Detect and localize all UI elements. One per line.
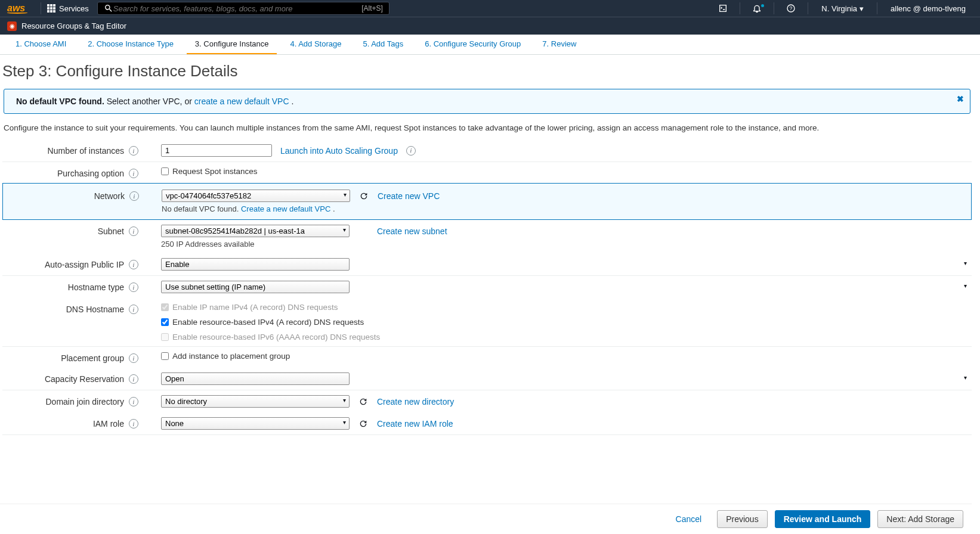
close-icon[interactable]: ✖ (957, 94, 964, 104)
search-shortcut: [Alt+S] (361, 4, 383, 13)
info-icon[interactable]: i (129, 374, 138, 384)
auto-assign-ip-select[interactable]: Enable (161, 258, 350, 271)
dns-resource-ipv6-checkbox (161, 333, 169, 341)
sub-nav-title[interactable]: Resource Groups & Tag Editor (21, 21, 126, 30)
capacity-reservation-select[interactable]: Open (161, 372, 350, 385)
row-dns-hostname: DNS Hostname i Enable IP name IPv4 (A re… (2, 298, 972, 346)
services-menu[interactable]: Services (47, 4, 89, 13)
network-select[interactable]: vpc-0474064fc537e5182 (162, 190, 350, 202)
create-vpc-link[interactable]: Create new VPC (378, 191, 440, 201)
row-capacity-reservation: Capacity Reservation i Open (2, 368, 972, 390)
page-description: Configure the instance to suit your requ… (4, 123, 970, 132)
refresh-icon[interactable] (358, 396, 369, 407)
row-domain-directory: Domain join directory i No directory Cre… (2, 390, 972, 412)
page-title: Step 3: Configure Instance Details (2, 60, 978, 86)
wizard-tabs: 1. Choose AMI 2. Choose Instance Type 3.… (0, 35, 980, 55)
row-purchasing-option: Purchasing option i Request Spot instanc… (2, 162, 972, 183)
region-selector[interactable]: N. Virginia ▾ (814, 4, 871, 13)
top-nav: aws Services [Alt+S] ? N. Virginia ▾ all… (0, 0, 980, 17)
row-subnet: Subnet i subnet-08c952541f4ab282d | us-e… (2, 220, 972, 253)
info-icon[interactable]: i (129, 146, 138, 156)
info-icon[interactable]: i (129, 305, 138, 314)
spot-instances-checkbox[interactable] (161, 167, 169, 175)
row-hostname-type: Hostname type i Use subnet setting (IP n… (2, 276, 972, 298)
notifications-icon[interactable] (746, 4, 768, 13)
chevron-down-icon: ▾ (860, 4, 864, 13)
info-icon[interactable]: i (129, 419, 138, 429)
info-icon[interactable]: i (129, 260, 138, 269)
info-icon[interactable]: i (129, 397, 138, 406)
hostname-type-select[interactable]: Use subnet setting (IP name) (161, 281, 350, 293)
services-label: Services (59, 4, 89, 13)
tab-choose-ami[interactable]: 1. Choose AMI (7, 35, 75, 54)
dns-resource-ipv4-checkbox[interactable] (161, 318, 169, 326)
tab-add-storage[interactable]: 4. Add Storage (282, 35, 350, 54)
row-placement-group: Placement group i Add instance to placem… (2, 347, 972, 368)
create-default-vpc-link-2[interactable]: Create a new default VPC (241, 204, 330, 213)
info-icon[interactable]: i (129, 226, 138, 236)
search-bar[interactable]: [Alt+S] (97, 2, 389, 15)
create-subnet-link[interactable]: Create new subnet (377, 226, 447, 236)
row-iam-role: IAM role i None Create new IAM role (2, 412, 972, 434)
notification-dot (761, 4, 764, 7)
tab-configure-security-group[interactable]: 6. Configure Security Group (416, 35, 529, 54)
info-icon[interactable]: i (129, 191, 139, 201)
create-directory-link[interactable]: Create new directory (377, 397, 454, 406)
info-icon[interactable]: i (129, 353, 138, 363)
row-network: Network i vpc-0474064fc537e5182 Create n… (2, 183, 972, 220)
info-icon[interactable]: i (129, 282, 138, 292)
account-menu[interactable]: allenc @ demo-tlveng (883, 4, 973, 13)
aws-logo[interactable]: aws (7, 3, 27, 14)
create-default-vpc-link[interactable]: create a new default VPC (194, 97, 289, 106)
tab-choose-instance-type[interactable]: 2. Choose Instance Type (79, 35, 182, 54)
grid-icon (47, 4, 55, 13)
cloudshell-icon[interactable] (712, 4, 734, 13)
launch-asg-link[interactable]: Launch into Auto Scaling Group (280, 146, 398, 156)
search-input[interactable] (113, 4, 361, 13)
placement-group-checkbox[interactable] (161, 352, 169, 360)
tab-review[interactable]: 7. Review (534, 35, 585, 54)
svg-text:?: ? (790, 5, 793, 11)
help-icon[interactable]: ? (780, 4, 802, 13)
sub-nav: ◉ Resource Groups & Tag Editor (0, 17, 980, 35)
domain-directory-select[interactable]: No directory (161, 395, 350, 408)
iam-role-select[interactable]: None (161, 417, 350, 430)
dns-ipname-checkbox (161, 303, 169, 311)
search-icon (104, 4, 113, 13)
number-of-instances-input[interactable] (161, 144, 272, 157)
row-auto-assign-ip: Auto-assign Public IP i Enable (2, 253, 972, 275)
tab-configure-instance[interactable]: 3. Configure Instance (187, 35, 277, 54)
tab-add-tags[interactable]: 5. Add Tags (354, 35, 412, 54)
info-icon[interactable]: i (406, 146, 416, 156)
alert-no-default-vpc: ✖ No default VPC found. Select another V… (4, 89, 970, 114)
refresh-icon[interactable] (358, 418, 369, 429)
row-number-of-instances: Number of instances i Launch into Auto S… (2, 139, 972, 162)
resource-groups-icon: ◉ (7, 21, 17, 31)
refresh-icon[interactable] (358, 191, 369, 201)
info-icon[interactable]: i (129, 169, 138, 178)
subnet-select[interactable]: subnet-08c952541f4ab282d | us-east-1a (161, 225, 350, 237)
create-iam-role-link[interactable]: Create new IAM role (377, 419, 453, 429)
